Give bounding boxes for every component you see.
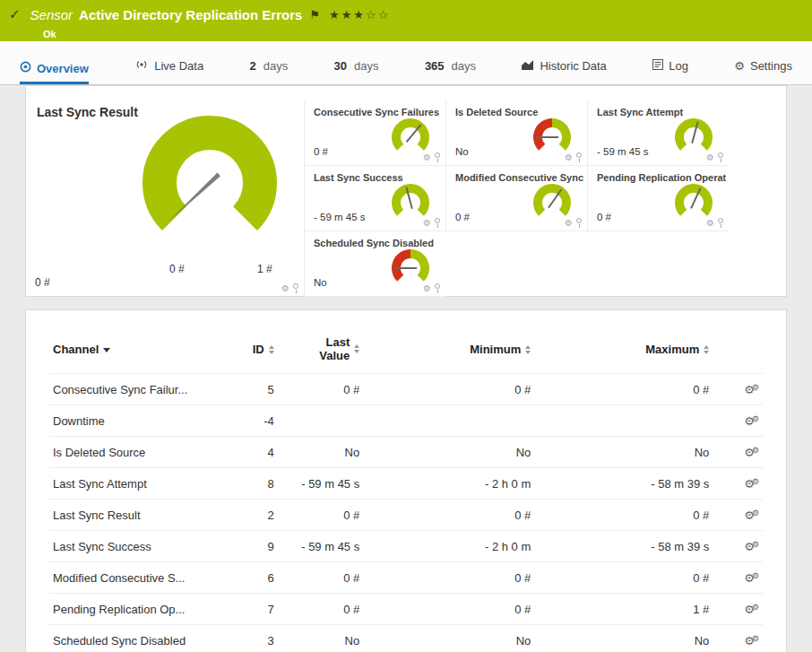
- gauge-pin-icon[interactable]: [575, 152, 583, 162]
- cell-channel[interactable]: Last Sync Attempt: [49, 468, 220, 500]
- mini-gauge-last-sync-success[interactable]: Last Sync Success - 59 m 45 s ⚙: [304, 166, 445, 231]
- channel-settings-button[interactable]: ⚙⚙: [744, 383, 759, 396]
- gauge-gear-icon[interactable]: ⚙: [565, 219, 573, 228]
- gauge-gear-icon[interactable]: ⚙: [565, 153, 573, 162]
- tab-live-data[interactable]: Live Data: [134, 59, 203, 84]
- gauge-pin-icon[interactable]: [434, 152, 441, 162]
- tab-365-days[interactable]: 365 days: [425, 59, 476, 84]
- cell-maximum: - 58 m 39 s: [534, 531, 713, 562]
- cell-minimum: - 2 h 0 m: [363, 468, 534, 500]
- gauge-pin-icon[interactable]: [292, 283, 299, 293]
- tab-log[interactable]: Log: [652, 59, 688, 84]
- mini-gauge-is-deleted-source[interactable]: Is Deleted Source No ⚙: [445, 100, 587, 166]
- sort-icon: [269, 345, 274, 354]
- cell-channel[interactable]: Is Deleted Source: [49, 437, 220, 468]
- tab-historic-data[interactable]: Historic Data: [522, 59, 606, 84]
- tab-30-days[interactable]: 30 days: [334, 59, 379, 84]
- channel-settings-button[interactable]: ⚙⚙: [744, 414, 759, 428]
- gauge-gear-icon[interactable]: ⚙: [423, 219, 431, 228]
- column-header-channel[interactable]: Channel: [49, 326, 220, 374]
- gear-icon: ⚙: [752, 571, 759, 580]
- channel-settings-button[interactable]: ⚙⚙: [744, 540, 759, 553]
- column-header-minimum[interactable]: Minimum: [363, 326, 534, 374]
- stars-empty[interactable]: ☆☆: [366, 8, 390, 22]
- column-header-actions: [713, 326, 763, 374]
- table-row[interactable]: Consecutive Sync Failur... 5 0 # 0 # 0 #…: [49, 374, 763, 405]
- cell-channel[interactable]: Downtime: [49, 405, 220, 437]
- table-row[interactable]: Scheduled Sync Disabled 3 No No No ⚙⚙: [49, 625, 763, 652]
- tab-overview[interactable]: Overview: [20, 61, 89, 84]
- channel-settings-button[interactable]: ⚙⚙: [744, 477, 759, 491]
- mini-gauge-value: 0 #: [597, 212, 611, 222]
- cell-channel[interactable]: Last Sync Success: [49, 531, 220, 562]
- mini-gauge-modified-consecutive-sync-failures[interactable]: Modified Consecutive Sync F... 0 # ⚙: [445, 166, 587, 231]
- table-row[interactable]: Last Sync Success 9 - 59 m 45 s - 2 h 0 …: [49, 531, 763, 562]
- cell-last-value: 0 #: [278, 594, 364, 625]
- cell-minimum: [363, 405, 534, 437]
- table-row[interactable]: Modified Consecutive S... 6 0 # 0 # 0 # …: [49, 562, 763, 594]
- tab-2-days[interactable]: 2 days: [250, 59, 289, 84]
- cell-channel[interactable]: Scheduled Sync Disabled: [49, 625, 220, 652]
- mini-gauge-consecutive-sync-failures[interactable]: Consecutive Sync Failures 0 # ⚙: [304, 100, 445, 166]
- gauge-pin-icon[interactable]: [717, 218, 724, 228]
- object-kind-label: Sensor: [30, 7, 73, 22]
- channel-table: Channel ID LastValue Minimum Maximum: [49, 326, 763, 652]
- sort-icon: [704, 345, 709, 354]
- cell-channel[interactable]: Pending Replication Op...: [49, 594, 220, 625]
- cell-id: 7: [220, 594, 278, 625]
- mini-gauge-value: 0 #: [455, 212, 470, 222]
- gauge-gear-icon[interactable]: ⚙: [706, 153, 714, 162]
- gauge-scale-min: 0 #: [169, 263, 185, 275]
- sort-icon: [354, 344, 359, 353]
- column-header-maximum[interactable]: Maximum: [534, 326, 713, 374]
- cell-minimum: 0 #: [363, 594, 534, 625]
- channel-settings-button[interactable]: ⚙⚙: [744, 446, 759, 459]
- historic-data-icon: [522, 59, 534, 73]
- table-row[interactable]: Downtime -4 ⚙⚙: [49, 405, 763, 437]
- gauge-pin-icon[interactable]: [434, 218, 441, 228]
- gauge-gear-icon[interactable]: ⚙: [423, 153, 431, 162]
- gauge-pin-icon[interactable]: [717, 152, 724, 162]
- cell-channel[interactable]: Last Sync Result: [49, 500, 220, 531]
- cell-id: -4: [220, 405, 278, 437]
- flag-icon[interactable]: ⚑: [309, 8, 320, 22]
- table-row[interactable]: Last Sync Result 2 0 # 0 # 0 # ⚙⚙: [49, 500, 763, 531]
- channel-settings-button[interactable]: ⚙⚙: [744, 603, 759, 616]
- column-header-last-value[interactable]: LastValue: [278, 326, 364, 374]
- priority-stars[interactable]: ★★★☆☆: [329, 8, 390, 22]
- tab-label: Settings: [750, 59, 792, 73]
- mini-gauge-pending-replication-operations[interactable]: Pending Replication Operatio... 0 # ⚙: [587, 166, 729, 231]
- column-header-id[interactable]: ID: [220, 326, 278, 374]
- column-label: Last: [325, 335, 350, 349]
- column-label: Channel: [53, 343, 99, 356]
- main-gauge-cell[interactable]: Last Sync Result 0 # 1 # 0 # ⚙: [26, 86, 304, 296]
- mini-gauge-last-sync-attempt[interactable]: Last Sync Attempt - 59 m 45 s ⚙: [587, 100, 729, 166]
- gauge-pin-icon[interactable]: [575, 218, 583, 228]
- cell-id: 3: [220, 625, 278, 652]
- cell-minimum: No: [363, 625, 534, 652]
- tab-label: Live Data: [154, 59, 203, 73]
- channel-settings-button[interactable]: ⚙⚙: [744, 509, 759, 522]
- mini-gauge-scheduled-sync-disabled[interactable]: Scheduled Sync Disabled No ⚙: [304, 231, 445, 297]
- gauge-gear-icon[interactable]: ⚙: [281, 284, 289, 293]
- channel-settings-button[interactable]: ⚙⚙: [744, 634, 759, 648]
- table-row[interactable]: Last Sync Attempt 8 - 59 m 45 s - 2 h 0 …: [49, 468, 763, 500]
- tab-label-unit: days: [354, 59, 378, 73]
- sensor-status-badge: Ok: [43, 29, 56, 39]
- stars-filled[interactable]: ★★★: [329, 8, 366, 22]
- cell-last-value: No: [278, 437, 364, 468]
- gauge-gear-icon[interactable]: ⚙: [423, 284, 431, 293]
- cell-maximum: No: [534, 625, 713, 652]
- cell-minimum: - 2 h 0 m: [363, 531, 534, 562]
- gauge-gear-icon[interactable]: ⚙: [706, 219, 714, 228]
- table-row[interactable]: Is Deleted Source 4 No No No ⚙⚙: [49, 437, 763, 468]
- channel-settings-button[interactable]: ⚙⚙: [744, 571, 759, 585]
- cell-channel[interactable]: Modified Consecutive S...: [49, 562, 220, 594]
- table-row[interactable]: Pending Replication Op... 7 0 # 0 # 1 # …: [49, 594, 763, 625]
- mini-gauge-value: - 59 m 45 s: [314, 212, 366, 222]
- main-gauge-dial: [125, 108, 295, 251]
- gauge-pin-icon[interactable]: [434, 283, 441, 293]
- cell-channel[interactable]: Consecutive Sync Failur...: [49, 374, 220, 405]
- cell-last-value: - 59 m 45 s: [278, 468, 364, 500]
- tab-settings[interactable]: ⚙ Settings: [734, 59, 792, 84]
